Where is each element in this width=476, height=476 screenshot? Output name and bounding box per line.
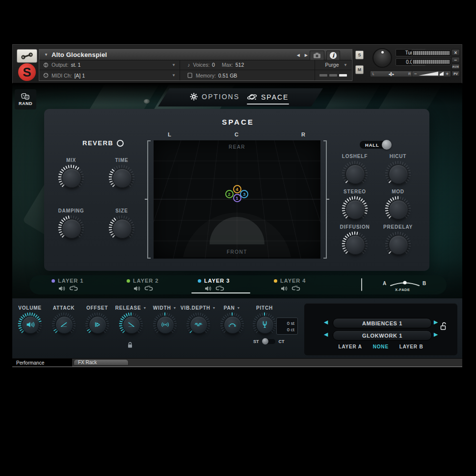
knob-attack[interactable] <box>52 312 76 337</box>
knob-body-time[interactable] <box>112 168 132 188</box>
dice-icon <box>21 93 30 100</box>
stage-source-4[interactable]: 4 <box>233 185 241 193</box>
pan-slider[interactable]: L ◀▶ R <box>370 71 413 77</box>
layer-item-2[interactable]: LAYER 2 <box>127 278 159 293</box>
wrench-button[interactable] <box>17 49 37 63</box>
tab-band <box>158 88 323 106</box>
knob-body-pitch[interactable] <box>256 316 274 334</box>
layer-label: LAYER 1 <box>58 278 83 284</box>
minimize-button[interactable]: − <box>451 57 460 63</box>
knob-offset[interactable] <box>85 312 109 337</box>
tune-knob[interactable] <box>372 48 392 68</box>
layer-item-1[interactable]: LAYER 1 <box>52 278 83 293</box>
preset1-prev-icon[interactable]: ◀ <box>324 319 328 325</box>
knob-body-hicut[interactable] <box>389 164 408 184</box>
knob-label-pan[interactable]: PAN▼ <box>224 305 241 311</box>
st-ct-toggle[interactable] <box>263 339 275 344</box>
layer-link-broken-icon[interactable] <box>144 285 153 293</box>
tab-performance[interactable]: Performance <box>12 359 72 367</box>
preset2-prev-icon[interactable]: ◀ <box>324 332 328 337</box>
output-select[interactable]: Output: st. 1 ▼ <box>39 60 180 70</box>
knob-body-diffusion[interactable] <box>345 235 365 255</box>
preset1-selector[interactable]: AMBIENCES 1 <box>333 318 432 328</box>
knob-mod[interactable] <box>385 196 411 222</box>
midi-select[interactable]: MIDI Ch: [A] 1 ▼ <box>39 70 180 80</box>
snapshot-button[interactable] <box>310 51 324 60</box>
knob-body-size[interactable] <box>112 219 132 238</box>
xfade-slider[interactable] <box>389 280 421 288</box>
none-option[interactable]: NONE <box>373 344 389 349</box>
knob-body-mod[interactable] <box>389 200 408 219</box>
knob-time[interactable] <box>108 164 135 191</box>
layer-link-broken-icon[interactable] <box>291 285 300 293</box>
knob-width[interactable] <box>153 312 177 337</box>
purge-menu[interactable]: Purge ▼ <box>315 60 352 70</box>
mute-button[interactable]: M <box>355 65 364 74</box>
prev-instrument-icon[interactable]: ◀ <box>297 53 300 57</box>
knob-mix[interactable] <box>58 164 84 191</box>
knob-diffusion[interactable] <box>342 231 368 258</box>
knob-body-vib-depth[interactable] <box>190 316 208 334</box>
svg-text:R: R <box>235 325 237 328</box>
knob-pitch[interactable] <box>252 312 277 337</box>
preset1-next-icon[interactable]: ▶ <box>434 319 438 325</box>
knob-predelay[interactable] <box>385 231 411 258</box>
knob-body-stereo[interactable] <box>345 200 365 219</box>
knob-body-release[interactable] <box>123 316 140 334</box>
knob-body-pan[interactable]: LR <box>224 316 241 334</box>
knob-hicut[interactable] <box>385 160 411 187</box>
layer-item-3[interactable]: LAYER 3 <box>198 278 230 293</box>
knob-body-attack[interactable] <box>55 316 73 334</box>
pv-button[interactable]: PV <box>451 71 460 77</box>
volume-slider[interactable]: − + <box>412 71 451 77</box>
aux-button[interactable]: AUX <box>451 64 460 70</box>
preset-lock-open-icon[interactable] <box>440 322 447 330</box>
knob-body-damping[interactable] <box>62 219 81 238</box>
tab-fx-rack[interactable]: FX Rack <box>74 359 129 366</box>
knob-release[interactable] <box>119 312 143 337</box>
width-icon <box>160 319 170 330</box>
knob-volume[interactable] <box>18 312 42 337</box>
knob-vib-depth[interactable] <box>186 312 211 337</box>
tab-options[interactable]: OPTIONS <box>190 93 239 101</box>
midi-caret-icon[interactable]: ▼ <box>172 73 176 78</box>
reverb-power-toggle[interactable] <box>117 140 124 147</box>
stage-view[interactable]: REAR FRONT 1234 <box>154 140 320 259</box>
volume-slider-wedge[interactable] <box>419 72 444 76</box>
preset2-selector[interactable]: GLOKWORK 1 <box>333 330 432 341</box>
instrument-dropdown-icon[interactable]: ▼ <box>44 53 48 57</box>
output-caret-icon[interactable]: ▼ <box>172 63 176 67</box>
layer-item-4[interactable]: LAYER 4 <box>274 278 306 293</box>
dropdown-caret-icon[interactable]: ▼ <box>237 306 241 310</box>
knob-damping[interactable] <box>58 215 84 241</box>
close-button[interactable]: × <box>451 49 460 56</box>
layer-a-option[interactable]: LAYER A <box>339 344 362 349</box>
info-button[interactable]: i <box>326 51 340 60</box>
tab-space[interactable]: SPACE <box>247 93 289 101</box>
knob-body-width[interactable] <box>157 316 174 334</box>
instrument-title-bar[interactable]: ▼ Alto Glockenspiel ◀ ▶ i <box>39 50 352 60</box>
reverb-type-toggle-handle[interactable] <box>382 140 392 150</box>
knob-label-width[interactable]: WIDTH▼ <box>153 305 177 311</box>
release-lock-icon[interactable] <box>127 342 133 348</box>
solo-button[interactable]: S <box>355 51 364 59</box>
next-instrument-icon[interactable]: ▶ <box>305 53 308 57</box>
preset2-next-icon[interactable]: ▶ <box>434 332 438 337</box>
layer-mute-icon[interactable] <box>281 285 288 293</box>
knob-body-loshelf[interactable] <box>345 164 365 184</box>
knob-loshelf[interactable] <box>342 160 368 187</box>
knob-body-offset[interactable] <box>89 316 106 334</box>
pan-slider-handle[interactable]: ◀▶ <box>389 72 395 76</box>
layer-b-option[interactable]: LAYER B <box>399 344 423 349</box>
knob-size[interactable] <box>108 215 135 241</box>
knob-body-predelay[interactable] <box>389 235 408 255</box>
knob-stereo[interactable] <box>342 196 368 222</box>
knob-body-mix[interactable] <box>62 168 81 188</box>
knob-body-volume[interactable] <box>22 316 39 334</box>
layer-mute-icon[interactable] <box>133 285 141 293</box>
stage-source-1[interactable]: 1 <box>233 194 241 202</box>
stage-source-2[interactable]: 2 <box>225 190 234 198</box>
layer-link-broken-icon[interactable] <box>69 285 78 293</box>
layer-mute-icon[interactable] <box>58 285 66 293</box>
rand-button[interactable]: RAND <box>15 89 36 109</box>
